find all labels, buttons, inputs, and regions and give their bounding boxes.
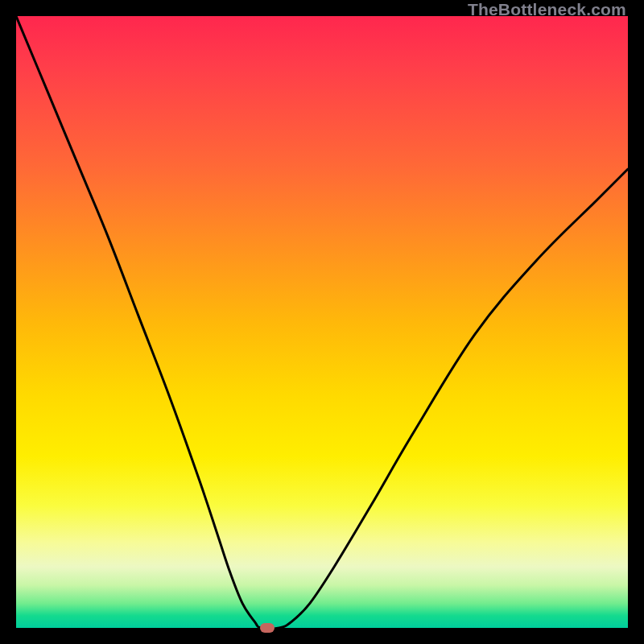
plot-area — [16, 16, 628, 628]
bottleneck-curve — [16, 16, 628, 628]
optimal-marker — [260, 623, 275, 633]
chart-container: TheBottleneck.com — [0, 0, 644, 644]
curve-path — [16, 16, 628, 628]
